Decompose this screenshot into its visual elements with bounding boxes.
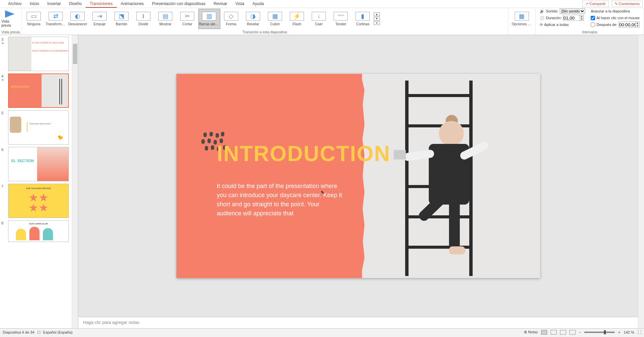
slide-wrap[interactable]: INTRODUCTION It could be the part of the… <box>78 35 638 317</box>
blank-label <box>510 29 534 35</box>
transition-cortinas[interactable]: ▮Cortinas <box>352 9 374 29</box>
menu-ayuda[interactable]: Ayuda <box>248 0 268 8</box>
apply-all-button[interactable]: Aplicar a todas <box>544 23 569 27</box>
transition-transforma[interactable]: ⇄Transforma... <box>45 9 67 29</box>
slide-thumb-3[interactable]: 01 OUR CENTER 02 CHILD CARE 03 KEY FIGUR… <box>8 37 69 71</box>
duration-spinner[interactable]: ▲▼ <box>563 15 584 21</box>
slide-coral-bg <box>176 74 362 278</box>
thumb-row-3[interactable]: 3★ 01 OUR CENTER 02 CHILD CARE 03 KEY FI… <box>0 36 78 72</box>
transition-barrasaleat[interactable]: ▥Barras aleat... <box>198 9 220 29</box>
slide-title[interactable]: INTRODUCTION <box>217 141 391 166</box>
gallery-more-button[interactable]: ▲▼▾ <box>374 12 380 25</box>
timing-right: Avanzar a la diapositiva Al hacer clic c… <box>588 6 642 29</box>
thumb-scroll-handle[interactable] <box>73 44 77 64</box>
language-status[interactable]: Español (España) <box>43 330 73 334</box>
effect-options-button[interactable]: ▦ Opciones de efectos <box>510 9 534 29</box>
thumb-row-7[interactable]: 7 OUR TEACHING METHOD <box>0 183 78 219</box>
menu-presentacion[interactable]: Presentación con diapositivas <box>148 0 209 8</box>
clock-icon: 🕘 <box>540 16 544 20</box>
notes-pane[interactable]: Haga clic para agregar notas <box>78 317 638 328</box>
menu-archivo[interactable]: Archivo <box>4 0 26 8</box>
menu-inicio[interactable]: Inicio <box>26 0 43 8</box>
transition-flash[interactable]: ⚡Flash <box>286 9 308 29</box>
after-checkbox[interactable] <box>591 23 595 27</box>
preview-button[interactable]: Vista previa <box>1 9 18 29</box>
accessibility-icon[interactable]: ▢ <box>37 330 40 334</box>
transition-desvanecer[interactable]: ◐Desvanecer <box>67 9 89 29</box>
zoom-level[interactable]: 142 % <box>624 330 634 334</box>
transition-label: Barrido <box>116 22 127 26</box>
slide-thumb-5[interactable]: "Lorem ipsum dolor sit amet..." 🐤 <box>8 110 69 145</box>
transition-cortar[interactable]: ✂Cortar <box>176 9 198 29</box>
transition-icon: ◐ <box>71 12 85 21</box>
transition-forma[interactable]: ◇Forma <box>220 9 242 29</box>
compartir-label: Compartir <box>589 2 606 6</box>
duration-input[interactable] <box>563 15 580 21</box>
transition-tender[interactable]: 〰Tender <box>330 9 352 29</box>
transition-label: Flash <box>292 22 301 26</box>
slide-canvas[interactable]: INTRODUCTION It could be the part of the… <box>176 74 540 278</box>
menu-insertar[interactable]: Insertar <box>43 0 65 8</box>
transition-label: Cortinas <box>356 22 369 26</box>
notes-toggle[interactable]: ≣ Notas <box>524 330 538 334</box>
transition-barrido[interactable]: ⬔Barrido <box>111 9 133 29</box>
transition-label: Cubrir <box>270 22 280 26</box>
slideshow-view-button[interactable] <box>569 330 576 335</box>
transition-mostrar[interactable]: ▤Mostrar <box>155 9 176 29</box>
zoom-in-button[interactable]: + <box>618 330 620 334</box>
transition-icon: ⚡ <box>290 12 304 21</box>
transition-icon: ↓ <box>312 12 326 21</box>
thumb-6-title: 01. SECTION <box>11 159 34 163</box>
thumb-row-8[interactable]: 8 OUR CURRICULUM <box>0 220 78 243</box>
transition-icon: ▦ <box>268 12 282 21</box>
thumbnail-panel[interactable]: 3★ 01 OUR CENTER 02 CHILD CARE 03 KEY FI… <box>0 35 78 328</box>
onclick-checkbox[interactable] <box>591 16 595 20</box>
transition-star-icon: ★ <box>1 41 7 45</box>
slide-thumb-8[interactable]: OUR CURRICULUM <box>8 220 69 242</box>
sorter-view-button[interactable] <box>551 330 557 335</box>
zoom-knob[interactable] <box>604 330 606 334</box>
transition-cubrir[interactable]: ▦Cubrir <box>264 9 286 29</box>
apply-all-icon: ⟳ <box>540 23 543 27</box>
transition-label: Tender <box>335 22 346 26</box>
thumb-row-6[interactable]: 6 01. SECTION <box>0 146 78 182</box>
zoom-out-button[interactable]: − <box>579 330 581 334</box>
slide-thumb-6[interactable]: 01. SECTION <box>8 147 69 181</box>
transition-ninguna[interactable]: ▭Ninguna <box>23 9 45 29</box>
thumb-row-4[interactable]: 4★ INTRODUCTION <box>0 73 78 109</box>
zoom-slider[interactable] <box>584 332 615 333</box>
thumb-row-5[interactable]: 5 "Lorem ipsum dolor sit amet..." 🐤 <box>0 110 78 145</box>
sound-select[interactable]: [Sin sonido] <box>560 8 585 14</box>
thumb-7-title: OUR TEACHING METHOD <box>8 187 68 189</box>
preview-label: Vista previa <box>1 19 18 27</box>
transition-label: Dividir <box>139 22 148 26</box>
advance-label: Avanzar a la diapositiva <box>591 9 630 13</box>
after-spinner[interactable]: ▲▼ <box>619 22 640 28</box>
transition-dividir[interactable]: ⫿Dividir <box>133 9 155 29</box>
transition-icon: ◇ <box>224 12 238 21</box>
thumb-scrollbar[interactable] <box>72 35 78 328</box>
transition-star-icon: ★ <box>1 78 7 82</box>
fit-window-button[interactable]: ⛶ <box>638 330 641 334</box>
reading-view-button[interactable] <box>560 330 566 335</box>
slide-thumb-7[interactable]: OUR TEACHING METHOD <box>8 184 69 218</box>
menu-revisar[interactable]: Revisar <box>209 0 231 8</box>
canvas-scrollbar[interactable] <box>638 35 644 328</box>
transition-revelar[interactable]: ◑Revelar <box>242 9 264 29</box>
normal-view-button[interactable] <box>541 330 547 335</box>
slide-photo <box>359 74 540 278</box>
menu-animaciones[interactable]: Animaciones <box>117 0 148 8</box>
menu-transiciones[interactable]: Transiciones <box>86 0 117 8</box>
transition-empuje[interactable]: ⇥Empuje <box>89 9 111 29</box>
menu-vista[interactable]: Vista <box>231 0 248 8</box>
timing-group-label: Intervalos <box>537 29 642 35</box>
after-input[interactable] <box>619 22 635 27</box>
slide-body[interactable]: It could be the part of the presentation… <box>217 182 345 218</box>
canvas-area: INTRODUCTION It could be the part of the… <box>78 35 638 328</box>
timing-left: 🔊Sonido: [Sin sonido] 🕘Duración: ▲▼ ⟳Apl… <box>537 6 588 29</box>
transition-caer[interactable]: ↓Caer <box>308 9 330 29</box>
comentarios-label: Comentarios <box>619 2 640 6</box>
slide-thumb-4[interactable]: INTRODUCTION <box>8 73 69 108</box>
menu-diseno[interactable]: Diseño <box>65 0 86 8</box>
child-graphic <box>409 121 483 249</box>
